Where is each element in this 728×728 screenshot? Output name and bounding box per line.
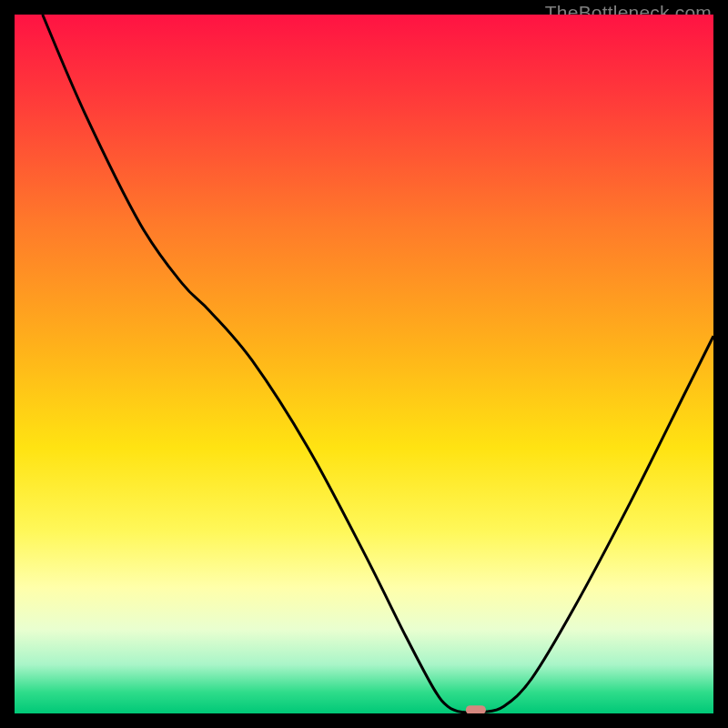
chart-frame bbox=[15, 15, 713, 713]
chart-svg bbox=[15, 15, 713, 713]
optimal-marker bbox=[466, 705, 486, 713]
gradient-background bbox=[15, 15, 713, 713]
chart-stage: TheBottleneck.com bbox=[0, 0, 728, 728]
